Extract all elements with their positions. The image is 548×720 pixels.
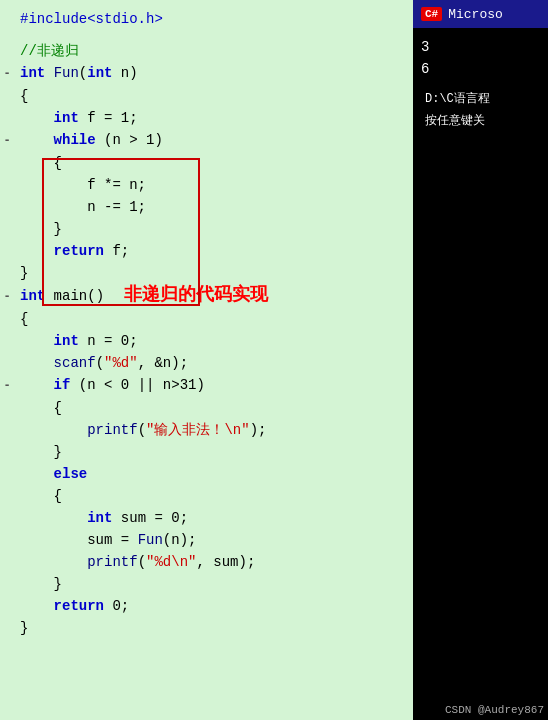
code-text: sum = Fun(n);	[20, 529, 196, 551]
terminal-prompt: 按任意键关	[421, 110, 540, 132]
code-line-while: - while (n > 1)	[0, 129, 415, 152]
terminal-body: 3 6 D:\C语言程 按任意键关	[413, 28, 548, 720]
code-text: int f = 1;	[20, 107, 138, 129]
code-line-brace10: }	[0, 617, 415, 639]
code-text: //非递归	[20, 40, 79, 62]
code-text: if (n < 0 || n>31)	[20, 374, 205, 396]
code-text: {	[20, 85, 28, 107]
code-line-brace7: }	[0, 441, 415, 463]
code-text: printf("输入非法！\n");	[20, 419, 266, 441]
line-indicator: -	[0, 63, 14, 85]
terminal-header: C# Microso	[413, 0, 548, 28]
code-line-printf-sum: printf("%d\n", sum);	[0, 551, 415, 573]
code-text: {	[20, 485, 62, 507]
code-line-brace3: }	[0, 218, 415, 240]
line-indicator: -	[0, 286, 14, 308]
code-text: }	[20, 573, 62, 595]
code-line-main: - int main() 非递归的代码实现	[0, 284, 415, 308]
code-line-intsum: int sum = 0;	[0, 507, 415, 529]
code-text: return 0;	[20, 595, 129, 617]
code-text: {	[20, 152, 62, 174]
code-text: int main()	[20, 285, 104, 307]
code-line-fundefn: - int Fun(int n)	[0, 62, 415, 85]
line-indicator: -	[0, 130, 14, 152]
code-text: #include<stdio.h>	[20, 8, 163, 30]
code-text: printf("%d\n", sum);	[20, 551, 255, 573]
code-text: n -= 1;	[20, 196, 146, 218]
code-line-brace9: }	[0, 573, 415, 595]
watermark: CSDN @Audrey867	[445, 704, 544, 716]
code-line-comment: //非递归	[0, 40, 415, 62]
line-indicator: -	[0, 375, 14, 397]
code-text: int Fun(int n)	[20, 62, 138, 84]
code-line-brace4: }	[0, 262, 415, 284]
code-line-brace6: {	[0, 397, 415, 419]
terminal-path-text: D:\C语言程	[421, 88, 540, 110]
code-line-printf-error: printf("输入非法！\n");	[0, 419, 415, 441]
terminal-output-3: 3	[421, 36, 540, 58]
code-line-fmul: f *= n;	[0, 174, 415, 196]
terminal-path: D:\C语言程 按任意键关	[421, 88, 540, 132]
code-line-stmt1: int f = 1;	[0, 107, 415, 129]
code-text: }	[20, 218, 62, 240]
code-text: scanf("%d", &n);	[20, 352, 188, 374]
code-text: int sum = 0;	[20, 507, 188, 529]
csdn-badge: C#	[421, 7, 442, 21]
non-recursive-label: 非递归的代码实现	[124, 284, 268, 306]
code-text: int n = 0;	[20, 330, 138, 352]
code-line-scanf: scanf("%d", &n);	[0, 352, 415, 374]
code-line-returnf: return f;	[0, 240, 415, 262]
code-line-if: - if (n < 0 || n>31)	[0, 374, 415, 397]
code-text: }	[20, 617, 28, 639]
code-text: else	[20, 463, 87, 485]
code-line-sumfun: sum = Fun(n);	[0, 529, 415, 551]
code-line-ndec: n -= 1;	[0, 196, 415, 218]
code-line-brace8: {	[0, 485, 415, 507]
code-line-intn: int n = 0;	[0, 330, 415, 352]
terminal-title: Microso	[448, 7, 503, 22]
code-text: }	[20, 262, 28, 284]
code-text: }	[20, 441, 62, 463]
code-line-brace1: {	[0, 85, 415, 107]
code-text: {	[20, 308, 28, 330]
terminal-panel: C# Microso 3 6 D:\C语言程 按任意键关 CSDN @Audre…	[413, 0, 548, 720]
code-text: return f;	[20, 240, 129, 262]
code-text: while (n > 1)	[20, 129, 163, 151]
code-line-brace5: {	[0, 308, 415, 330]
terminal-output-6: 6	[421, 58, 540, 80]
code-line-else: else	[0, 463, 415, 485]
code-line-blank	[0, 30, 415, 40]
code-line-brace2: {	[0, 152, 415, 174]
code-text: {	[20, 397, 62, 419]
code-text: f *= n;	[20, 174, 146, 196]
code-panel: #include<stdio.h> //非递归 - int Fun(int n)…	[0, 0, 415, 720]
code-line-return0: return 0;	[0, 595, 415, 617]
code-line-1: #include<stdio.h>	[0, 8, 415, 30]
